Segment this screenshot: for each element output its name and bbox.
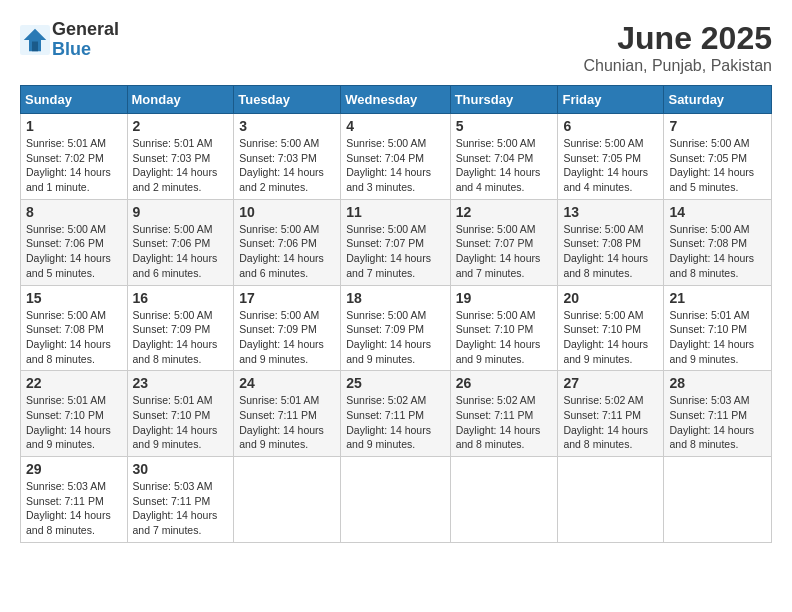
table-row: 25Sunrise: 5:02 AMSunset: 7:11 PMDayligh… [341, 371, 450, 457]
table-row: 13Sunrise: 5:00 AMSunset: 7:08 PMDayligh… [558, 199, 664, 285]
table-row: 10Sunrise: 5:00 AMSunset: 7:06 PMDayligh… [234, 199, 341, 285]
day-info: Sunrise: 5:00 AMSunset: 7:05 PMDaylight:… [563, 136, 658, 195]
calendar-row: 22Sunrise: 5:01 AMSunset: 7:10 PMDayligh… [21, 371, 772, 457]
table-row: 2Sunrise: 5:01 AMSunset: 7:03 PMDaylight… [127, 114, 234, 200]
col-thursday: Thursday [450, 86, 558, 114]
table-row: 28Sunrise: 5:03 AMSunset: 7:11 PMDayligh… [664, 371, 772, 457]
day-number: 15 [26, 290, 122, 306]
table-row: 4Sunrise: 5:00 AMSunset: 7:04 PMDaylight… [341, 114, 450, 200]
table-row: 24Sunrise: 5:01 AMSunset: 7:11 PMDayligh… [234, 371, 341, 457]
day-info: Sunrise: 5:00 AMSunset: 7:05 PMDaylight:… [669, 136, 766, 195]
day-info: Sunrise: 5:00 AMSunset: 7:07 PMDaylight:… [346, 222, 444, 281]
day-info: Sunrise: 5:02 AMSunset: 7:11 PMDaylight:… [563, 393, 658, 452]
day-number: 4 [346, 118, 444, 134]
day-number: 8 [26, 204, 122, 220]
day-number: 24 [239, 375, 335, 391]
day-number: 17 [239, 290, 335, 306]
table-row: 15Sunrise: 5:00 AMSunset: 7:08 PMDayligh… [21, 285, 128, 371]
day-number: 13 [563, 204, 658, 220]
table-row: 27Sunrise: 5:02 AMSunset: 7:11 PMDayligh… [558, 371, 664, 457]
day-number: 14 [669, 204, 766, 220]
day-info: Sunrise: 5:00 AMSunset: 7:03 PMDaylight:… [239, 136, 335, 195]
day-info: Sunrise: 5:00 AMSunset: 7:08 PMDaylight:… [669, 222, 766, 281]
col-monday: Monday [127, 86, 234, 114]
location-title: Chunian, Punjab, Pakistan [583, 57, 772, 75]
day-info: Sunrise: 5:00 AMSunset: 7:04 PMDaylight:… [346, 136, 444, 195]
table-row: 11Sunrise: 5:00 AMSunset: 7:07 PMDayligh… [341, 199, 450, 285]
table-row: 1Sunrise: 5:01 AMSunset: 7:02 PMDaylight… [21, 114, 128, 200]
calendar-table: Sunday Monday Tuesday Wednesday Thursday… [20, 85, 772, 543]
logo-blue-text: Blue [52, 40, 119, 60]
day-info: Sunrise: 5:01 AMSunset: 7:10 PMDaylight:… [669, 308, 766, 367]
day-info: Sunrise: 5:00 AMSunset: 7:09 PMDaylight:… [346, 308, 444, 367]
col-friday: Friday [558, 86, 664, 114]
day-info: Sunrise: 5:02 AMSunset: 7:11 PMDaylight:… [456, 393, 553, 452]
table-row: 30Sunrise: 5:03 AMSunset: 7:11 PMDayligh… [127, 457, 234, 543]
calendar-row: 15Sunrise: 5:00 AMSunset: 7:08 PMDayligh… [21, 285, 772, 371]
table-row: 18Sunrise: 5:00 AMSunset: 7:09 PMDayligh… [341, 285, 450, 371]
day-number: 9 [133, 204, 229, 220]
table-row [341, 457, 450, 543]
day-info: Sunrise: 5:00 AMSunset: 7:06 PMDaylight:… [26, 222, 122, 281]
col-saturday: Saturday [664, 86, 772, 114]
day-number: 25 [346, 375, 444, 391]
day-number: 21 [669, 290, 766, 306]
table-row: 9Sunrise: 5:00 AMSunset: 7:06 PMDaylight… [127, 199, 234, 285]
day-info: Sunrise: 5:00 AMSunset: 7:10 PMDaylight:… [563, 308, 658, 367]
table-row: 21Sunrise: 5:01 AMSunset: 7:10 PMDayligh… [664, 285, 772, 371]
table-row: 19Sunrise: 5:00 AMSunset: 7:10 PMDayligh… [450, 285, 558, 371]
day-info: Sunrise: 5:03 AMSunset: 7:11 PMDaylight:… [133, 479, 229, 538]
day-info: Sunrise: 5:00 AMSunset: 7:09 PMDaylight:… [239, 308, 335, 367]
col-tuesday: Tuesday [234, 86, 341, 114]
header-row: Sunday Monday Tuesday Wednesday Thursday… [21, 86, 772, 114]
calendar-row: 1Sunrise: 5:01 AMSunset: 7:02 PMDaylight… [21, 114, 772, 200]
table-row: 26Sunrise: 5:02 AMSunset: 7:11 PMDayligh… [450, 371, 558, 457]
col-wednesday: Wednesday [341, 86, 450, 114]
day-number: 16 [133, 290, 229, 306]
day-number: 22 [26, 375, 122, 391]
table-row: 20Sunrise: 5:00 AMSunset: 7:10 PMDayligh… [558, 285, 664, 371]
calendar-row: 29Sunrise: 5:03 AMSunset: 7:11 PMDayligh… [21, 457, 772, 543]
table-row: 22Sunrise: 5:01 AMSunset: 7:10 PMDayligh… [21, 371, 128, 457]
day-number: 1 [26, 118, 122, 134]
logo-general-text: General [52, 20, 119, 40]
day-info: Sunrise: 5:02 AMSunset: 7:11 PMDaylight:… [346, 393, 444, 452]
day-number: 23 [133, 375, 229, 391]
title-area: June 2025 Chunian, Punjab, Pakistan [583, 20, 772, 75]
day-info: Sunrise: 5:01 AMSunset: 7:10 PMDaylight:… [26, 393, 122, 452]
col-sunday: Sunday [21, 86, 128, 114]
table-row [234, 457, 341, 543]
day-number: 10 [239, 204, 335, 220]
month-title: June 2025 [583, 20, 772, 57]
table-row: 5Sunrise: 5:00 AMSunset: 7:04 PMDaylight… [450, 114, 558, 200]
table-row [558, 457, 664, 543]
day-number: 6 [563, 118, 658, 134]
page-header: General Blue June 2025 Chunian, Punjab, … [20, 20, 772, 75]
table-row: 12Sunrise: 5:00 AMSunset: 7:07 PMDayligh… [450, 199, 558, 285]
day-info: Sunrise: 5:01 AMSunset: 7:11 PMDaylight:… [239, 393, 335, 452]
day-number: 11 [346, 204, 444, 220]
day-info: Sunrise: 5:01 AMSunset: 7:10 PMDaylight:… [133, 393, 229, 452]
day-number: 7 [669, 118, 766, 134]
day-number: 12 [456, 204, 553, 220]
logo-icon [20, 25, 50, 55]
day-number: 28 [669, 375, 766, 391]
day-info: Sunrise: 5:00 AMSunset: 7:06 PMDaylight:… [133, 222, 229, 281]
day-info: Sunrise: 5:00 AMSunset: 7:04 PMDaylight:… [456, 136, 553, 195]
day-info: Sunrise: 5:00 AMSunset: 7:09 PMDaylight:… [133, 308, 229, 367]
table-row: 16Sunrise: 5:00 AMSunset: 7:09 PMDayligh… [127, 285, 234, 371]
day-number: 2 [133, 118, 229, 134]
table-row: 8Sunrise: 5:00 AMSunset: 7:06 PMDaylight… [21, 199, 128, 285]
day-number: 19 [456, 290, 553, 306]
day-number: 26 [456, 375, 553, 391]
svg-rect-2 [32, 41, 38, 51]
day-info: Sunrise: 5:00 AMSunset: 7:08 PMDaylight:… [26, 308, 122, 367]
table-row: 23Sunrise: 5:01 AMSunset: 7:10 PMDayligh… [127, 371, 234, 457]
day-info: Sunrise: 5:03 AMSunset: 7:11 PMDaylight:… [26, 479, 122, 538]
table-row: 3Sunrise: 5:00 AMSunset: 7:03 PMDaylight… [234, 114, 341, 200]
day-info: Sunrise: 5:01 AMSunset: 7:02 PMDaylight:… [26, 136, 122, 195]
day-number: 3 [239, 118, 335, 134]
logo-text: General Blue [52, 20, 119, 60]
table-row [664, 457, 772, 543]
day-info: Sunrise: 5:01 AMSunset: 7:03 PMDaylight:… [133, 136, 229, 195]
